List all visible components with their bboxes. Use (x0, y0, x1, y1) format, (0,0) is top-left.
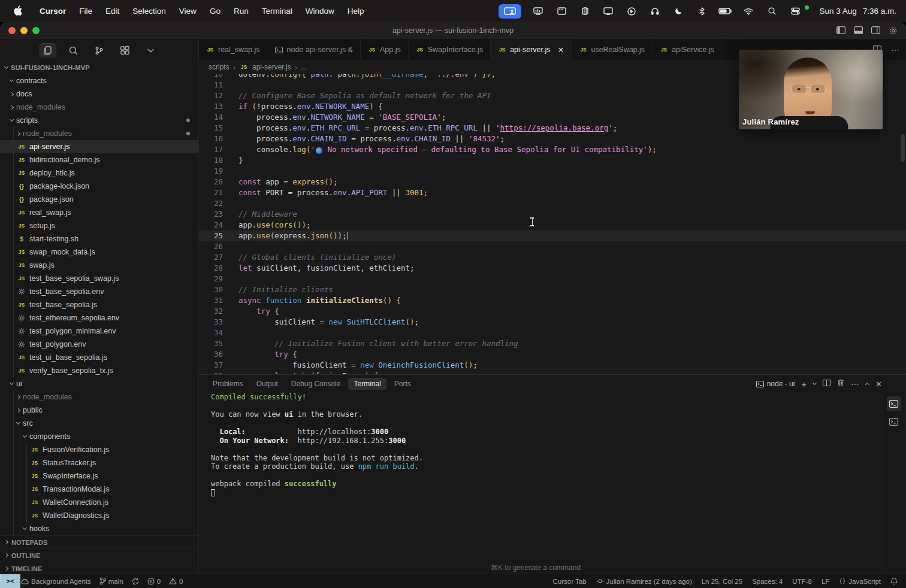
screen-share-icon[interactable] (499, 4, 521, 19)
status-0[interactable]: 0 (147, 578, 161, 585)
breadcrumb-file[interactable]: api-server.js (252, 63, 291, 71)
tree-folder-node-modules[interactable]: node_modules (0, 101, 198, 114)
kill-terminal-icon[interactable] (837, 379, 844, 389)
terminal-dropdown-icon[interactable] (813, 380, 817, 384)
tree-folder-ui[interactable]: ui (0, 377, 198, 390)
tree-folder-src[interactable]: src (0, 417, 198, 430)
status-background-agents[interactable]: Background Agents (20, 578, 91, 585)
search-icon[interactable] (65, 43, 82, 57)
tree-file-package-lock-json[interactable]: {}package-lock.json (0, 180, 198, 193)
panel-more-icon[interactable]: ⋯ (851, 379, 859, 389)
tree-file-transactionmodal-js[interactable]: JSTransactionModal.js (0, 483, 198, 496)
tree-file-test-base-sepolia-swap-js[interactable]: JStest_base_sepolia_swap.js (0, 272, 198, 285)
battery-icon[interactable] (718, 5, 732, 18)
panel-tab-debug-console[interactable]: Debug Console (286, 378, 346, 390)
tab-api-server-js[interactable]: JSapi-server.js✕ (491, 40, 572, 60)
close-panel-icon[interactable]: ✕ (875, 380, 882, 389)
tree-file-bidirectional-demo-js[interactable]: JSbidirectional_demo.js (0, 153, 198, 166)
minimize-window-button[interactable] (20, 27, 28, 34)
remote-indicator[interactable]: >< (0, 574, 20, 588)
breadcrumb-folder[interactable]: scripts (209, 63, 229, 71)
split-terminal-icon[interactable] (823, 380, 830, 388)
tree-file-walletdiagnostics-js[interactable]: JSWalletDiagnostics.js (0, 509, 198, 522)
tree-file-test-ui-base-sepolia-js[interactable]: JStest_ui_base_sepolia.js (0, 351, 198, 364)
terminal-instance-tab[interactable] (887, 414, 901, 429)
panel-tab-ports[interactable]: Ports (389, 378, 416, 390)
tree-file-verify-base-sepolia-tx-js[interactable]: JSverify_base_sepolia_tx.js (0, 364, 198, 377)
tree-file-swapinterface-js[interactable]: JSSwapInterface.js (0, 469, 198, 483)
tree-file-test-polygon-minimal-env[interactable]: test_polygon_minimal.env (0, 325, 198, 338)
tree-file-test-base-sepolia-js[interactable]: JStest_base_sepolia.js (0, 298, 198, 311)
sidebar-section-timeline[interactable]: TIMELINE (0, 562, 198, 574)
status-spaces-4[interactable]: Spaces: 4 (752, 578, 783, 585)
menu-help[interactable]: Help (341, 7, 371, 16)
tree-file-package-json[interactable]: {}package.json (0, 193, 198, 206)
tree-file-swap-mock-data-js[interactable]: JSswap_mock_data.js (0, 245, 198, 259)
menu-edit[interactable]: Edit (99, 7, 126, 16)
new-terminal-icon[interactable]: + (801, 379, 807, 389)
status-javascript[interactable]: JavaScript (839, 578, 881, 585)
headphones-icon[interactable] (648, 5, 662, 18)
workspace-root-row[interactable]: SUI-FUSION-1INCH-MVP (0, 61, 198, 74)
tree-file-test-polygon-env[interactable]: test_polygon.env (0, 338, 198, 351)
panel-tab-problems[interactable]: Problems (207, 378, 249, 390)
status-julian-ramirez-2-days-ago-[interactable]: Julian Ramirez (2 days ago) (596, 578, 692, 585)
bluetooth-icon[interactable] (695, 5, 708, 18)
play-circle-icon[interactable] (625, 5, 638, 18)
close-tab-icon[interactable]: ✕ (558, 46, 564, 54)
status-bell[interactable] (890, 577, 898, 585)
tree-file-test-ethereum-sepolia-env[interactable]: test_ethereum_sepolia.env (0, 311, 198, 325)
menu-terminal[interactable]: Terminal (255, 7, 299, 16)
tree-folder-docs[interactable]: docs (0, 87, 198, 101)
display-stats-icon[interactable] (531, 5, 545, 18)
status-ln-25-col-25[interactable]: Ln 25, Col 25 (702, 578, 742, 585)
wifi-icon[interactable] (742, 5, 755, 18)
moon-icon[interactable] (672, 5, 685, 18)
source-control-icon[interactable] (91, 43, 108, 57)
menu-file[interactable]: File (73, 7, 99, 16)
tree-file-real-swap-js[interactable]: JSreal_swap.js (0, 206, 198, 219)
tree-folder-node-modules[interactable]: node_modules (0, 127, 198, 140)
control-center-icon[interactable] (789, 5, 802, 18)
terminal-ai-hint[interactable]: ⌘K to generate a command (491, 563, 581, 572)
tree-file-deploy-htlc-js[interactable]: JSdeploy_htlc.js (0, 166, 198, 180)
toggle-secondary-sidebar-icon[interactable] (871, 26, 880, 35)
chevron-down-icon[interactable] (143, 43, 159, 57)
tree-file-fusionverification-js[interactable]: JSFusionVerification.js (0, 443, 198, 456)
tree-file-statustracker-js[interactable]: JSStatusTracker.js (0, 456, 198, 469)
sidebar-section-outline[interactable]: OUTLINE (0, 548, 198, 562)
tree-file-walletconnection-js[interactable]: JSWalletConnection.js (0, 496, 198, 509)
files-icon[interactable] (40, 43, 56, 57)
keyboard-cover-icon[interactable] (578, 5, 591, 18)
search-icon[interactable] (765, 5, 778, 18)
menu-window[interactable]: Window (299, 7, 341, 16)
status-0[interactable]: 0 (169, 578, 183, 585)
menu-clock[interactable]: Sun 3 Aug7:36 a.m. (819, 7, 896, 16)
status-cursor-tab[interactable]: Cursor Tab (553, 578, 587, 585)
settings-gear-icon[interactable] (889, 26, 898, 35)
menu-cursor[interactable]: Cursor (33, 7, 73, 16)
status-utf-8[interactable]: UTF-8 (792, 578, 812, 585)
terminal-instance-tab[interactable] (887, 396, 901, 411)
tab-userealswap-js[interactable]: JSuseRealSwap.js (572, 40, 653, 60)
tree-folder-components[interactable]: components (0, 430, 198, 443)
terminal-instance-label[interactable]: node - ui (756, 380, 795, 388)
toggle-primary-sidebar-icon[interactable] (836, 26, 845, 35)
maximize-panel-icon[interactable] (865, 383, 869, 387)
menu-run[interactable]: Run (227, 7, 255, 16)
tree-folder-node-modules[interactable]: node_modules (0, 390, 198, 404)
close-window-button[interactable] (8, 27, 16, 34)
tab-apiservice-js[interactable]: JSapiService.js (653, 40, 722, 60)
toggle-panel-icon[interactable] (854, 26, 863, 35)
tree-folder-public[interactable]: public (0, 404, 198, 417)
breadcrumb-symbol[interactable]: ... (301, 63, 307, 71)
tab-node-api-server-js-[interactable]: node api-server.js & (267, 40, 360, 60)
terminal-output[interactable]: Compiled successfully! You can now view … (199, 393, 881, 562)
sidebar-section-notepads[interactable]: NOTEPADS (0, 535, 198, 548)
tree-folder-hooks[interactable]: hooks (0, 522, 198, 535)
tree-file-start-testing-sh[interactable]: $start-testing.sh (0, 232, 198, 245)
tab-app-js[interactable]: JSApp.js (361, 40, 409, 60)
panel-tab-output[interactable]: Output (251, 378, 283, 390)
extensions-icon[interactable] (117, 43, 134, 57)
menu-view[interactable]: View (173, 7, 203, 16)
